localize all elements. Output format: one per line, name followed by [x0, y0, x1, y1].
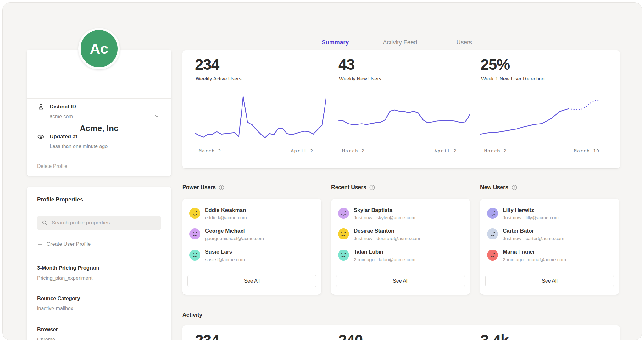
divider — [27, 284, 171, 284]
property-value: Chrome — [37, 337, 55, 340]
user-avatar — [487, 228, 498, 239]
user-row[interactable]: Skylar Baptista Just now · skyler@acme.c… — [338, 207, 463, 225]
user-avatar — [338, 208, 349, 219]
user-subtext: Just now · desirare@acme.com — [354, 236, 420, 241]
new-users-header: New Users — [480, 184, 517, 191]
metric-weekly-active-users: 234 Weekly Active Users March 2 April 2 — [195, 50, 326, 168]
new-users-card: Lilly Herwitz Just now · lilly@acme.com … — [480, 199, 619, 295]
metric-weekly-new-users: 43 Weekly New Users March 2 April 2 — [338, 50, 470, 168]
power-users-header: Power Users — [182, 184, 225, 191]
field-value: Less than one minute ago — [50, 144, 108, 149]
see-all-button[interactable]: See All — [485, 275, 614, 287]
avatar-face-icon — [338, 228, 349, 239]
property-label: Browser — [37, 327, 58, 333]
user-subtext: 2 min ago · maria@acme.com — [503, 257, 566, 262]
field-updated-at: Updated at Less than one minute ago — [27, 133, 171, 161]
power-users-card: Eddie Kwakman eddie.k@acme.com George Mi… — [182, 199, 321, 295]
profile-properties-title: Profile Properties — [37, 196, 83, 203]
user-name: Desirae Stanton — [354, 228, 394, 234]
plus-icon — [37, 241, 43, 247]
user-avatar — [487, 250, 498, 261]
tab-activity-feed[interactable]: Activity Feed — [383, 39, 417, 50]
user-subtext: Just now · skyler@acme.com — [354, 215, 415, 220]
avatar-face-icon — [189, 228, 200, 239]
user-avatar — [487, 208, 498, 219]
recent-users-header: Recent Users — [331, 184, 375, 191]
tab-users[interactable]: Users — [456, 39, 472, 50]
recent-users-card: Skylar Baptista Just now · skyler@acme.c… — [331, 199, 470, 295]
stat-value: 25% — [480, 56, 510, 73]
user-name: Susie Lars — [205, 249, 232, 255]
create-user-profile-button[interactable]: Create User Profile — [37, 241, 91, 247]
chevron-down-icon[interactable] — [154, 113, 159, 119]
avatar-face-icon — [189, 208, 200, 219]
activity-stat: 234 — [195, 332, 219, 340]
user-avatar — [189, 228, 200, 239]
user-row[interactable]: Eddie Kwakman eddie.k@acme.com — [189, 207, 314, 225]
property-label: 3-Month Pricing Program — [37, 265, 99, 271]
field-value: acme.com — [50, 114, 73, 119]
company-avatar-initials: Ac — [90, 40, 108, 57]
divider — [27, 315, 171, 315]
search-input[interactable] — [51, 219, 157, 226]
info-icon[interactable] — [219, 184, 225, 190]
x-tick: March 2 — [342, 148, 365, 153]
x-axis: March 2 April 2 — [338, 148, 470, 155]
x-tick: March 10 — [574, 148, 600, 153]
avatar-face-icon — [487, 250, 498, 261]
x-tick: April 2 — [291, 148, 314, 153]
x-tick: March 2 — [484, 148, 507, 153]
user-avatar — [189, 208, 200, 219]
section-title: Power Users — [182, 184, 216, 191]
metric-week1-retention: 25% Week 1 New User Retention March 2 Ma… — [480, 50, 612, 168]
weekly-new-users-line-chart — [338, 91, 470, 144]
user-row[interactable]: Talan Lubin 2 min ago · talan@acme.com — [338, 249, 463, 267]
see-all-button[interactable]: See All — [336, 275, 465, 287]
divider — [27, 98, 171, 99]
user-name: Skylar Baptista — [354, 207, 392, 213]
user-row[interactable]: Carter Bator Just now · carter@acme.com — [487, 228, 612, 246]
info-icon[interactable] — [369, 184, 375, 190]
info-icon[interactable] — [511, 184, 517, 190]
user-subtext: 2 min ago · talan@acme.com — [354, 257, 415, 262]
profile-properties-search[interactable] — [37, 216, 161, 230]
user-row[interactable]: Maria Franci 2 min ago · maria@acme.com — [487, 249, 612, 267]
user-subtext: Just now · lilly@acme.com — [503, 215, 559, 220]
person-icon — [37, 103, 45, 111]
property-row-bounce-category[interactable]: Bounce Category inactive-mailbox — [27, 295, 171, 314]
divider — [27, 159, 171, 159]
delete-profile-button[interactable]: Delete Profile — [37, 163, 67, 169]
avatar-face-icon — [189, 250, 200, 261]
user-row[interactable]: Lilly Herwitz Just now · lilly@acme.com — [487, 207, 612, 225]
see-all-button[interactable]: See All — [187, 275, 316, 287]
x-axis: March 2 March 10 — [480, 148, 612, 155]
user-name: Talan Lubin — [354, 249, 383, 255]
user-avatar — [338, 228, 349, 239]
user-name: Maria Franci — [503, 249, 534, 255]
profile-properties-card: Profile Properties Create User Profile 3… — [27, 187, 171, 340]
company-avatar: Ac — [78, 28, 120, 69]
tab-label: Users — [456, 39, 472, 46]
property-row-browser[interactable]: Browser Chrome — [27, 327, 171, 340]
section-title: New Users — [480, 184, 508, 191]
user-subtext: george.michael@acme.com — [205, 236, 264, 241]
weekly-active-users-line-chart — [195, 91, 326, 144]
user-name: George Michael — [205, 228, 245, 234]
divider — [27, 209, 171, 209]
activity-card: 234 240 3.4k — [182, 325, 620, 340]
tab-summary[interactable]: Summary — [322, 39, 349, 50]
user-row[interactable]: Susie Lars susie.l@acme.com — [189, 249, 314, 267]
field-label: Distinct ID — [50, 104, 76, 110]
user-name: Lilly Herwitz — [503, 207, 534, 213]
x-tick: March 2 — [199, 148, 221, 153]
property-row-pricing-program[interactable]: 3-Month Pricing Program Pricing_plan_exp… — [27, 265, 171, 284]
user-row[interactable]: Desirae Stanton Just now · desirare@acme… — [338, 228, 463, 246]
retention-line-chart — [480, 91, 612, 144]
user-name: Eddie Kwakman — [205, 207, 246, 213]
divider — [27, 254, 171, 254]
user-row[interactable]: George Michael george.michael@acme.com — [189, 228, 314, 246]
section-title: Recent Users — [331, 184, 366, 191]
avatar-face-icon — [487, 208, 498, 219]
create-user-profile-label: Create User Profile — [47, 241, 91, 247]
field-label: Updated at — [50, 134, 77, 140]
